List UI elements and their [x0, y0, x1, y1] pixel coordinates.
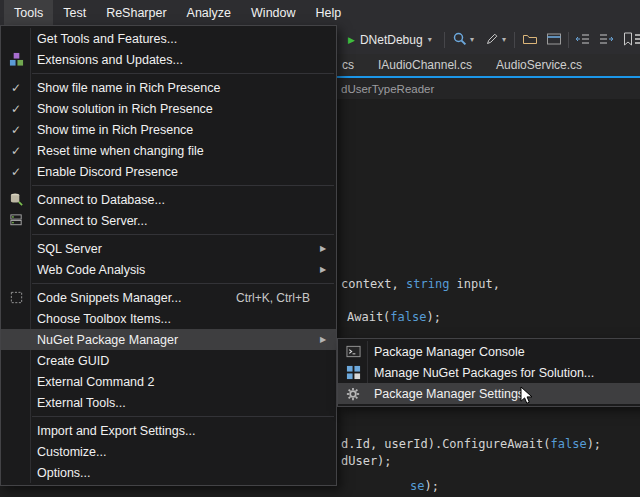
- menu-item-customize[interactable]: Customize...: [1, 441, 336, 462]
- menu-gutter: [338, 344, 368, 359]
- submenu-arrow-icon: ▶: [320, 265, 336, 274]
- list-indent-left-icon[interactable]: [575, 31, 591, 47]
- menu-item-import-and-export-settings[interactable]: Import and Export Settings...: [1, 420, 336, 441]
- menu-item-options[interactable]: Options...: [1, 462, 336, 483]
- menu-item-connect-to-server[interactable]: Connect to Server...: [1, 210, 336, 231]
- menu-item-enable-discord-presence[interactable]: ✓Enable Discord Presence: [1, 161, 336, 182]
- menu-item-shortcut: Ctrl+K, Ctrl+B: [236, 291, 310, 305]
- menu-item-label: NuGet Package Manager: [31, 333, 320, 347]
- menu-item-show-solution-rich-presence[interactable]: ✓Show solution in Rich Presence: [1, 98, 336, 119]
- menubar-tools[interactable]: Tools: [4, 0, 53, 25]
- menubar-window[interactable]: Window: [241, 0, 305, 25]
- menu-item-reset-time-when-changing-file[interactable]: ✓Reset time when changing file: [1, 140, 336, 161]
- code-token: );: [424, 479, 438, 493]
- menu-item-package-manager-console[interactable]: Package Manager Console: [338, 341, 640, 362]
- menu-item-label: Manage NuGet Packages for Solution...: [368, 366, 640, 380]
- menu-item-web-code-analysis[interactable]: Web Code Analysis▶: [1, 259, 336, 280]
- menu-gutter: [1, 52, 31, 67]
- menu-gutter: ✓: [1, 165, 31, 179]
- extensions-icon: [9, 52, 24, 67]
- open-folder-icon[interactable]: [522, 31, 538, 47]
- check-icon: ✓: [11, 165, 21, 179]
- snippets-icon: [9, 290, 24, 305]
- menu-item-connect-to-database[interactable]: Connect to Database...: [1, 189, 336, 210]
- menu-item-code-snippets-manager[interactable]: Code Snippets Manager...Ctrl+K, Ctrl+B: [1, 287, 336, 308]
- menubar-analyze[interactable]: Analyze: [177, 0, 241, 25]
- menu-item-show-time-rich-presence[interactable]: ✓Show time in Rich Presence: [1, 119, 336, 140]
- menubar-resharper[interactable]: ReSharper: [96, 0, 176, 25]
- menu-gutter: ✓: [1, 102, 31, 116]
- code-token: input,: [449, 277, 500, 291]
- code-token: Await(: [347, 310, 390, 324]
- menu-gutter: ✓: [1, 123, 31, 137]
- code-token: dUser);: [341, 454, 392, 468]
- mouse-cursor: [520, 386, 533, 408]
- chevron-down-icon: ▾: [428, 35, 432, 44]
- menu-gutter: [338, 365, 368, 380]
- menu-item-label: SQL Server: [31, 242, 320, 256]
- menu-lines-icon[interactable]: [633, 31, 640, 47]
- find-icon[interactable]: [452, 31, 468, 47]
- code-token-keyword: false: [551, 437, 587, 451]
- toolbar-separator: [444, 32, 445, 48]
- check-icon: ✓: [11, 102, 21, 116]
- code-token: );: [587, 437, 601, 451]
- code-line: d.Id, userId).ConfigureAwait(false);: [341, 437, 601, 452]
- code-token-keyword: false: [390, 310, 426, 324]
- menu-item-external-tools[interactable]: External Tools...: [1, 392, 336, 413]
- menu-separator: [32, 185, 334, 186]
- window-panel-icon[interactable]: [546, 31, 562, 47]
- check-icon: ✓: [11, 81, 21, 95]
- nuget-submenu-popup: Package Manager Console Manage NuGet Pac…: [337, 338, 640, 407]
- debug-run-button[interactable]: ▶ DNetDebug ▾: [343, 29, 437, 50]
- check-icon: ✓: [11, 144, 21, 158]
- submenu-arrow-icon: ▶: [320, 244, 336, 253]
- menu-item-nuget-package-manager[interactable]: NuGet Package Manager▶: [1, 329, 336, 350]
- edit-pencil-icon[interactable]: [484, 31, 500, 47]
- menubar-test[interactable]: Test: [53, 0, 96, 25]
- menu-item-label: Connect to Database...: [31, 193, 336, 207]
- list-indent-right-icon[interactable]: [598, 31, 614, 47]
- menu-item-sql-server[interactable]: SQL Server▶: [1, 238, 336, 259]
- menu-item-label: Show file name in Rich Presence: [31, 81, 336, 95]
- menu-item-label: Package Manager Settings: [368, 387, 640, 401]
- menu-item-show-file-name-rich-presence[interactable]: ✓Show file name in Rich Presence: [1, 77, 336, 98]
- menu-item-label: Package Manager Console: [368, 345, 640, 359]
- menu-item-label: Choose Toolbox Items...: [31, 312, 336, 326]
- code-token: context,: [341, 277, 406, 291]
- menu-gutter: ✓: [1, 144, 31, 158]
- menu-item-create-guid[interactable]: Create GUID: [1, 350, 336, 371]
- tools-menu-popup: Get Tools and Features... Extensions and…: [0, 25, 337, 486]
- console-icon: [346, 344, 361, 359]
- menu-item-package-manager-settings[interactable]: Package Manager Settings: [338, 383, 640, 404]
- menu-bar: Tools Test ReSharper Analyze Window Help: [0, 0, 640, 25]
- chevron-down-icon[interactable]: ▾: [470, 35, 474, 44]
- menu-item-label: Reset time when changing file: [31, 144, 336, 158]
- menu-item-manage-nuget-packages-for-solution[interactable]: Manage NuGet Packages for Solution...: [338, 362, 640, 383]
- menu-separator: [32, 283, 334, 284]
- menu-item-label: Code Snippets Manager...: [31, 291, 236, 305]
- menu-gutter: [1, 290, 31, 305]
- database-icon: [9, 192, 24, 207]
- chevron-down-icon[interactable]: ▾: [502, 35, 506, 44]
- vs-window: { "icons": { "check": "✓", "submenu_arro…: [0, 0, 640, 497]
- menu-gutter: ✓: [1, 81, 31, 95]
- menu-item-label: Connect to Server...: [31, 214, 336, 228]
- menubar-help[interactable]: Help: [306, 0, 352, 25]
- code-line: dUser);: [341, 454, 392, 469]
- menu-item-get-tools-and-features[interactable]: Get Tools and Features...: [1, 28, 336, 49]
- menu-gutter: [338, 387, 368, 401]
- menu-item-label: Show solution in Rich Presence: [31, 102, 336, 116]
- gear-icon: [346, 387, 360, 401]
- play-icon: ▶: [348, 35, 355, 45]
- tab-audioservice[interactable]: AudioService.cs: [484, 54, 594, 76]
- code-line: Await(false);: [347, 310, 441, 325]
- menu-item-label: Customize...: [31, 445, 336, 459]
- menu-item-label: External Tools...: [31, 396, 336, 410]
- menu-item-label: Import and Export Settings...: [31, 424, 336, 438]
- menu-item-external-command-2[interactable]: External Command 2: [1, 371, 336, 392]
- menu-item-extensions-and-updates[interactable]: Extensions and Updates...: [1, 49, 336, 70]
- menu-item-choose-toolbox-items[interactable]: Choose Toolbox Items...: [1, 308, 336, 329]
- tab-iaudiochannel[interactable]: IAudioChannel.cs: [366, 54, 484, 76]
- toolbar-separator: [568, 32, 569, 48]
